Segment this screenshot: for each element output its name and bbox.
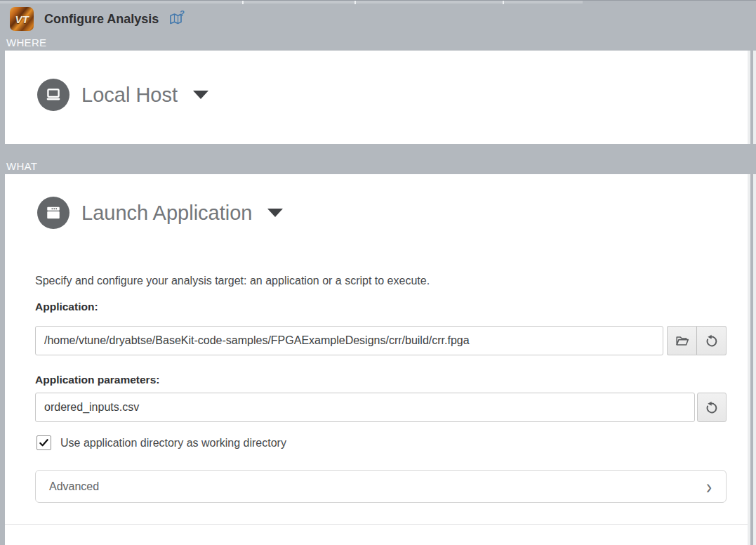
application-parameters-input[interactable] (35, 393, 695, 422)
check-icon (39, 438, 49, 448)
what-card: Launch Application Specify and configure… (5, 174, 748, 525)
app-window-icon (37, 197, 69, 229)
help-map-icon[interactable]: ? (168, 10, 187, 28)
parameters-history-button[interactable] (697, 393, 727, 422)
application-label: Application: (35, 301, 98, 313)
title-row: VT Configure Analysis ? (0, 4, 756, 34)
left-gutter (0, 51, 5, 545)
header-bar: VT Configure Analysis ? WHERE (0, 0, 756, 51)
svg-text:?: ? (180, 10, 185, 18)
caret-down-icon (193, 91, 208, 99)
parameters-label: Application parameters: (35, 374, 159, 386)
where-card: Local Host (5, 51, 748, 144)
working-dir-label: Use application directory as working dir… (60, 437, 286, 449)
target-type-label: Launch Application (81, 202, 252, 225)
working-dir-row: Use application directory as working dir… (37, 435, 286, 450)
history-icon (704, 400, 719, 415)
what-section-bar: WHAT (0, 144, 756, 174)
caret-down-icon (267, 209, 283, 217)
right-gutter-line (750, 51, 753, 545)
what-section-label: WHAT (6, 160, 37, 172)
host-selector-label: Local Host (81, 84, 178, 107)
configure-analysis-pane: VT Configure Analysis ? WHERE (0, 0, 756, 545)
application-path-input[interactable] (35, 326, 663, 355)
vtune-logo-text: VT (15, 13, 28, 25)
host-selector[interactable]: Local Host (37, 79, 208, 111)
vtune-logo-icon: VT (10, 7, 34, 31)
chevron-right-icon: › (706, 476, 712, 497)
advanced-expander[interactable]: Advanced › (35, 470, 727, 503)
where-section-label: WHERE (6, 37, 46, 48)
target-description: Specify and configure your analysis targ… (35, 275, 430, 287)
open-folder-icon (675, 333, 690, 348)
history-icon (704, 333, 719, 348)
browse-button[interactable] (667, 326, 697, 355)
working-dir-checkbox[interactable] (37, 435, 51, 450)
page-title: Configure Analysis (44, 12, 159, 27)
computer-icon (37, 79, 69, 111)
target-type-selector[interactable]: Launch Application (37, 197, 283, 229)
right-gutter (748, 51, 756, 545)
application-history-button[interactable] (697, 326, 727, 355)
advanced-label: Advanced (49, 480, 99, 493)
